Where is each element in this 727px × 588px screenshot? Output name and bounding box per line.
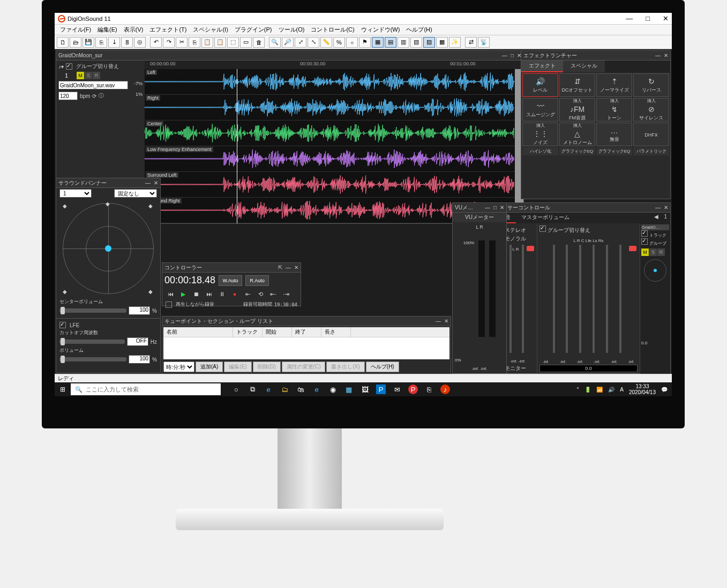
timeline-ruler[interactable]: 00:00:00.00 00:00:30.00 00:01:00.00 [145,61,523,69]
tb-cut-icon[interactable]: ✂ [176,37,188,48]
battery-icon[interactable]: 🔋 [584,387,591,393]
tb-redo-icon[interactable]: ↷ [163,37,175,48]
edge-icon[interactable]: e [264,385,273,394]
tb-marker-icon[interactable]: ⚑ [359,37,371,48]
rewind-icon[interactable]: ⏮ [166,289,175,299]
cue-add-button[interactable]: 追加(A) [196,361,223,372]
cue-col-end[interactable]: 終了 [292,327,321,337]
track-area[interactable]: LeftRightCenterLow Frequency Enhancement… [145,69,515,223]
mix-close-icon[interactable]: ✕ [664,205,668,210]
mixer-mute[interactable]: M [641,248,649,256]
fx-cell-10[interactable]: …無音 [596,123,632,146]
tb-mixer-icon[interactable]: 🎚 [121,37,133,48]
mini-panner[interactable] [654,269,657,272]
mixer-page-prev[interactable]: ◀ [652,213,661,223]
fx-tab-effect[interactable]: エフェクト [521,61,563,72]
panner-dot[interactable] [105,245,111,252]
cue-col-start[interactable]: 開始 [263,327,292,337]
group-toggle-checkbox[interactable] [66,63,72,70]
window-close-button[interactable]: ✕ [663,14,669,22]
start-button[interactable]: ⊞ [55,386,71,393]
panner-lock-select[interactable]: 固定なし [114,189,157,198]
tb-crop-icon[interactable]: ⬚ [227,37,239,48]
cue-min-icon[interactable]: — [436,318,441,324]
chrome-icon[interactable]: ◉ [328,385,338,394]
menu-plugin[interactable]: プラグイン(P) [231,26,275,34]
rec-button[interactable]: R [93,72,100,79]
track-3[interactable]: Low Frequency Enhancement [145,146,515,172]
fx-cell-4[interactable]: 〰スムージング [522,98,558,122]
rauto-button[interactable]: R.Auto [245,275,269,286]
tb-paste2-icon[interactable]: 📋 [214,37,226,48]
vu-tab[interactable]: VUメーター [453,213,506,222]
fx-close-icon[interactable]: ✕ [664,52,668,58]
range-end-icon[interactable]: ·⇥ [281,289,291,299]
tb-zoomin-icon[interactable]: 🔍 [269,37,281,48]
tb-cursor-icon[interactable]: % [333,37,345,48]
filename-input[interactable] [58,81,128,89]
mail-icon[interactable]: ✉ [392,385,402,394]
menu-file[interactable]: ファイル(F) [57,26,94,34]
refresh-icon[interactable]: ⟳ [92,93,96,99]
menu-special[interactable]: スペシャル(I) [190,26,231,34]
fx-cell-2[interactable]: ⇡ノーマライズ [596,73,632,97]
pause-icon[interactable]: ⏸ [217,289,227,299]
tb-delete-icon[interactable]: 🗑 [253,37,265,48]
cue-help-button[interactable]: ヘルプ(H) [366,361,399,372]
panner-vol-slider[interactable] [59,357,126,361]
tb-link-icon[interactable]: ⇄ [465,37,477,48]
tb-panel3-icon[interactable]: ▥ [398,37,409,48]
tb-select-icon[interactable]: ▭ [240,37,252,48]
panner-close-icon[interactable]: ✕ [154,180,158,186]
master-fader[interactable] [629,246,636,251]
store-icon[interactable]: 🛍 [296,385,305,394]
rec-while-play-checkbox[interactable] [166,301,172,308]
mixer-master-value[interactable]: 0.0 [539,365,638,372]
panner-channel-select[interactable]: 1 [59,189,92,198]
fx-cell-6[interactable]: 挿入↯トーン [596,98,632,122]
doc-max-icon[interactable]: □ [511,52,514,58]
taskbar-clock[interactable]: 13:33 2020/04/13 [629,383,656,395]
cue-col-name[interactable]: 名前 [163,327,233,337]
ctrl-min-icon[interactable]: — [286,265,291,270]
playhead[interactable] [237,69,237,223]
fx-parametric[interactable]: パラメトリック [633,147,669,155]
tb-undo-icon[interactable]: ↶ [150,37,162,48]
range-start-icon[interactable]: ⇤· [268,289,278,299]
app4-icon[interactable]: ⎘ [424,385,434,394]
vu-close-icon[interactable]: ✕ [500,205,504,210]
mixer-rec[interactable]: R [657,248,665,256]
tb-zoomsel-icon[interactable]: ⤡ [308,37,319,48]
taskview-icon[interactable]: ⧉ [248,385,257,394]
cue-export-button[interactable]: 書き出し(X) [326,361,364,372]
mute-button[interactable]: M [77,72,84,79]
tb-copy-icon[interactable]: ⎘ [189,37,200,48]
menu-bar[interactable]: ファイル(F) 編集(E) 表示(V) エフェクト(T) スペシャル(I) プラ… [55,25,672,35]
fwd-icon[interactable]: ⏭ [204,289,214,299]
fx-geq2[interactable]: グラフィックEQ [596,147,632,155]
cortana-icon[interactable]: ○ [231,385,241,394]
wifi-icon[interactable]: 📶 [596,387,603,393]
stop-icon[interactable]: ⏹ [191,289,201,299]
taskbar-search[interactable]: 🔍 ここに入力して検索 [71,383,221,395]
fx-hires[interactable]: ハイレゾ化 [522,147,558,155]
tray-up-icon[interactable]: ˄ [576,387,579,393]
cutoff-slider[interactable] [59,340,125,344]
track-0[interactable]: Left [145,69,515,95]
mixer-tab-master[interactable]: マスターボリューム [516,213,575,223]
tb-zoomout-icon[interactable]: 🔎 [282,37,294,48]
cue-close-icon[interactable]: ✕ [444,318,448,324]
cue-prop-button[interactable]: 属性の変更(C) [282,361,326,372]
tb-cd-icon[interactable]: ◎ [134,37,146,48]
ime-icon[interactable]: A [620,387,624,393]
cue-table[interactable]: 名前 トラック 開始 終了 長さ [163,327,449,359]
mixer-solo[interactable]: S [649,248,657,256]
goto-start-icon[interactable]: ⇤ [243,289,252,299]
track-fader-value[interactable]: 0.0 [641,341,669,345]
tb-snap-icon[interactable]: ⟐ [346,37,358,48]
cue-edit-button[interactable]: 編集(E) [224,361,251,372]
note-icon[interactable]: ♪▾ [58,64,64,70]
tb-panel1-icon[interactable]: ▦ [372,37,384,48]
panner-display[interactable]: ◆◆ ◆ ◆◆ [63,203,154,294]
tb-ruler-icon[interactable]: 📏 [320,37,332,48]
